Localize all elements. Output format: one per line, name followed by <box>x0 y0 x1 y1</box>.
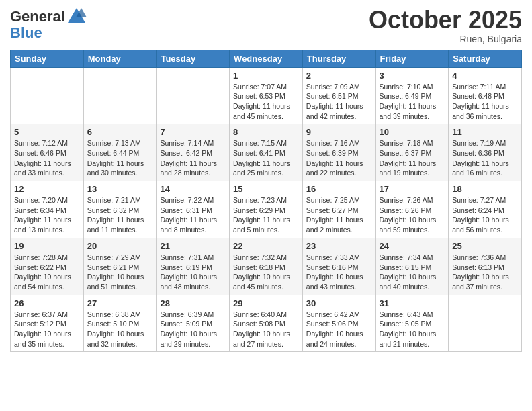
day-number: 26 <box>14 298 80 308</box>
calendar-cell: 21Sunrise: 7:31 AM Sunset: 6:19 PM Dayli… <box>157 238 230 295</box>
day-info: Sunrise: 7:32 AM Sunset: 6:18 PM Dayligh… <box>233 253 299 292</box>
weekday-header: Saturday <box>449 50 522 67</box>
day-number: 25 <box>452 241 518 251</box>
day-number: 21 <box>160 241 226 251</box>
day-info: Sunrise: 7:28 AM Sunset: 6:22 PM Dayligh… <box>14 253 80 292</box>
day-number: 30 <box>306 298 372 308</box>
day-number: 29 <box>233 298 299 308</box>
calendar-week-row: 12Sunrise: 7:20 AM Sunset: 6:34 PM Dayli… <box>11 181 522 238</box>
day-number: 6 <box>87 127 153 137</box>
day-number: 20 <box>87 241 153 251</box>
calendar-cell: 24Sunrise: 7:34 AM Sunset: 6:15 PM Dayli… <box>375 238 449 295</box>
month-title: October 2025 <box>369 7 522 34</box>
calendar-cell: 4Sunrise: 7:11 AM Sunset: 6:48 PM Daylig… <box>449 67 522 124</box>
calendar-cell <box>11 67 84 124</box>
logo-icon <box>66 7 87 27</box>
day-number: 15 <box>233 184 299 194</box>
day-info: Sunrise: 7:31 AM Sunset: 6:19 PM Dayligh… <box>160 253 226 292</box>
day-number: 18 <box>452 184 518 194</box>
calendar-cell: 2Sunrise: 7:09 AM Sunset: 6:51 PM Daylig… <box>302 67 375 124</box>
weekday-header: Thursday <box>302 50 375 67</box>
calendar-cell: 27Sunrise: 6:38 AM Sunset: 5:10 PM Dayli… <box>83 295 157 352</box>
weekday-header: Tuesday <box>157 50 230 67</box>
calendar-cell: 1Sunrise: 7:07 AM Sunset: 6:53 PM Daylig… <box>230 67 303 124</box>
day-number: 11 <box>452 127 518 137</box>
calendar-cell: 10Sunrise: 7:18 AM Sunset: 6:37 PM Dayli… <box>375 124 449 181</box>
day-info: Sunrise: 7:18 AM Sunset: 6:37 PM Dayligh… <box>380 138 445 178</box>
weekday-header: Friday <box>375 50 449 67</box>
day-info: Sunrise: 7:14 AM Sunset: 6:42 PM Dayligh… <box>160 138 226 178</box>
calendar-cell: 11Sunrise: 7:19 AM Sunset: 6:36 PM Dayli… <box>449 124 522 181</box>
calendar-cell: 5Sunrise: 7:12 AM Sunset: 6:46 PM Daylig… <box>11 124 84 181</box>
day-info: Sunrise: 6:39 AM Sunset: 5:09 PM Dayligh… <box>160 310 226 349</box>
calendar-week-row: 19Sunrise: 7:28 AM Sunset: 6:22 PM Dayli… <box>11 238 522 295</box>
day-number: 7 <box>160 127 226 137</box>
calendar-cell: 13Sunrise: 7:21 AM Sunset: 6:32 PM Dayli… <box>83 181 157 238</box>
day-info: Sunrise: 7:16 AM Sunset: 6:39 PM Dayligh… <box>306 138 372 178</box>
calendar-cell: 20Sunrise: 7:29 AM Sunset: 6:21 PM Dayli… <box>83 238 157 295</box>
day-number: 24 <box>380 241 445 251</box>
day-number: 1 <box>233 71 299 81</box>
calendar-cell: 19Sunrise: 7:28 AM Sunset: 6:22 PM Dayli… <box>11 238 84 295</box>
calendar-cell: 25Sunrise: 7:36 AM Sunset: 6:13 PM Dayli… <box>449 238 522 295</box>
calendar-cell <box>449 295 522 352</box>
calendar-cell: 18Sunrise: 7:27 AM Sunset: 6:24 PM Dayli… <box>449 181 522 238</box>
calendar-cell: 7Sunrise: 7:14 AM Sunset: 6:42 PM Daylig… <box>157 124 230 181</box>
day-info: Sunrise: 7:13 AM Sunset: 6:44 PM Dayligh… <box>87 138 153 178</box>
day-number: 28 <box>160 298 226 308</box>
calendar-cell: 3Sunrise: 7:10 AM Sunset: 6:49 PM Daylig… <box>375 67 449 124</box>
day-number: 19 <box>14 241 80 251</box>
weekday-header: Wednesday <box>230 50 303 67</box>
day-info: Sunrise: 6:37 AM Sunset: 5:12 PM Dayligh… <box>14 310 80 349</box>
calendar-week-row: 26Sunrise: 6:37 AM Sunset: 5:12 PM Dayli… <box>11 295 522 352</box>
day-number: 8 <box>233 127 299 137</box>
day-number: 4 <box>452 71 518 81</box>
calendar-cell: 12Sunrise: 7:20 AM Sunset: 6:34 PM Dayli… <box>11 181 84 238</box>
calendar-cell: 14Sunrise: 7:22 AM Sunset: 6:31 PM Dayli… <box>157 181 230 238</box>
day-info: Sunrise: 7:22 AM Sunset: 6:31 PM Dayligh… <box>160 195 226 235</box>
calendar-cell: 9Sunrise: 7:16 AM Sunset: 6:39 PM Daylig… <box>302 124 375 181</box>
calendar-cell: 30Sunrise: 6:42 AM Sunset: 5:06 PM Dayli… <box>302 295 375 352</box>
day-info: Sunrise: 7:15 AM Sunset: 6:41 PM Dayligh… <box>233 138 299 178</box>
day-number: 14 <box>160 184 226 194</box>
calendar-cell <box>157 67 230 124</box>
day-info: Sunrise: 7:33 AM Sunset: 6:16 PM Dayligh… <box>306 253 372 292</box>
day-info: Sunrise: 6:38 AM Sunset: 5:10 PM Dayligh… <box>87 310 153 349</box>
day-number: 13 <box>87 184 153 194</box>
day-info: Sunrise: 7:27 AM Sunset: 6:24 PM Dayligh… <box>452 195 518 235</box>
day-info: Sunrise: 7:12 AM Sunset: 6:46 PM Dayligh… <box>14 138 80 178</box>
calendar-cell: 6Sunrise: 7:13 AM Sunset: 6:44 PM Daylig… <box>83 124 157 181</box>
day-number: 23 <box>306 241 372 251</box>
day-number: 12 <box>14 184 80 194</box>
calendar-cell: 16Sunrise: 7:25 AM Sunset: 6:27 PM Dayli… <box>302 181 375 238</box>
day-info: Sunrise: 6:42 AM Sunset: 5:06 PM Dayligh… <box>306 310 372 349</box>
day-info: Sunrise: 7:23 AM Sunset: 6:29 PM Dayligh… <box>233 195 299 235</box>
header: General Blue October 2025 Ruen, Bulgaria <box>10 7 522 44</box>
calendar-cell: 17Sunrise: 7:26 AM Sunset: 6:26 PM Dayli… <box>375 181 449 238</box>
calendar-cell: 23Sunrise: 7:33 AM Sunset: 6:16 PM Dayli… <box>302 238 375 295</box>
weekday-header: Monday <box>83 50 157 67</box>
calendar-cell: 26Sunrise: 6:37 AM Sunset: 5:12 PM Dayli… <box>11 295 84 352</box>
calendar-cell: 15Sunrise: 7:23 AM Sunset: 6:29 PM Dayli… <box>230 181 303 238</box>
day-number: 10 <box>380 127 445 137</box>
day-number: 9 <box>306 127 372 137</box>
day-info: Sunrise: 7:21 AM Sunset: 6:32 PM Dayligh… <box>87 195 153 235</box>
day-info: Sunrise: 7:19 AM Sunset: 6:36 PM Dayligh… <box>452 138 518 178</box>
calendar-cell: 29Sunrise: 6:40 AM Sunset: 5:08 PM Dayli… <box>230 295 303 352</box>
calendar-cell: 22Sunrise: 7:32 AM Sunset: 6:18 PM Dayli… <box>230 238 303 295</box>
day-number: 2 <box>306 71 372 81</box>
day-info: Sunrise: 7:29 AM Sunset: 6:21 PM Dayligh… <box>87 253 153 292</box>
day-info: Sunrise: 7:10 AM Sunset: 6:49 PM Dayligh… <box>380 82 445 122</box>
day-number: 3 <box>380 71 445 81</box>
day-info: Sunrise: 7:36 AM Sunset: 6:13 PM Dayligh… <box>452 253 518 292</box>
header-row: SundayMondayTuesdayWednesdayThursdayFrid… <box>11 50 522 67</box>
calendar-cell: 31Sunrise: 6:43 AM Sunset: 5:05 PM Dayli… <box>375 295 449 352</box>
calendar-page: General Blue October 2025 Ruen, Bulgaria… <box>0 0 532 359</box>
calendar-cell: 28Sunrise: 6:39 AM Sunset: 5:09 PM Dayli… <box>157 295 230 352</box>
logo-text: General <box>10 9 65 25</box>
calendar-week-row: 1Sunrise: 7:07 AM Sunset: 6:53 PM Daylig… <box>11 67 522 124</box>
location: Ruen, Bulgaria <box>369 34 522 44</box>
calendar-week-row: 5Sunrise: 7:12 AM Sunset: 6:46 PM Daylig… <box>11 124 522 181</box>
day-number: 5 <box>14 127 80 137</box>
day-info: Sunrise: 7:26 AM Sunset: 6:26 PM Dayligh… <box>380 195 445 235</box>
